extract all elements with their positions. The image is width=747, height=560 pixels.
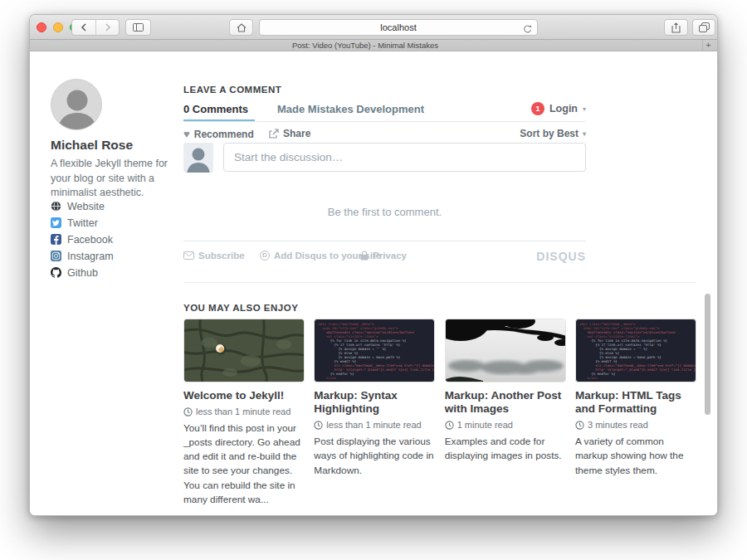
clock-icon — [183, 407, 193, 416]
back-button[interactable] — [72, 20, 95, 35]
post-meta: less than 1 minute read — [314, 420, 435, 430]
green-macro-photo — [184, 319, 305, 382]
recommend-label: Recommend — [194, 129, 254, 140]
disqus-header: 0 Comments Made Mistakes Development 1 L… — [183, 101, 586, 121]
browser-toolbar: localhost — [30, 15, 717, 40]
sidebar-link-twitter[interactable]: Twitter — [51, 217, 114, 228]
forward-button[interactable] — [95, 20, 119, 35]
related-post-card[interactable]: Markup: Another Post with Images 1 minut… — [445, 319, 566, 507]
chevron-down-icon: ▾ — [583, 130, 586, 138]
sidebar-link-label: Github — [67, 267, 98, 279]
sidebar-link-github[interactable]: Github — [51, 267, 114, 278]
notification-badge: 1 — [531, 102, 544, 115]
login-label: Login — [549, 103, 578, 114]
post-thumbnail-code[interactable]: <div class="masthead__menu"> <nav id="si… — [575, 319, 696, 382]
sidebar-link-website[interactable]: Website — [51, 201, 114, 212]
subscribe-link[interactable]: Subscribe — [183, 251, 245, 261]
home-icon — [237, 23, 247, 32]
post-title[interactable]: Markup: Syntax Highlighting — [314, 389, 435, 416]
tab-overview-button[interactable] — [692, 19, 715, 36]
leave-comment-heading: LEAVE A COMMENT — [183, 85, 281, 95]
history-nav-group — [71, 19, 120, 36]
sort-label: Sort by Best — [520, 128, 579, 139]
address-bar[interactable]: localhost — [259, 19, 538, 36]
twitter-icon — [51, 217, 61, 228]
post-thumbnail-tree[interactable] — [445, 319, 566, 382]
login-control[interactable]: 1 Login ▾ — [531, 102, 586, 115]
page-scrollbar[interactable] — [705, 294, 710, 415]
instagram-icon — [51, 251, 61, 261]
home-button[interactable] — [229, 19, 253, 36]
comment-input[interactable] — [223, 143, 586, 172]
privacy-link[interactable]: Privacy — [360, 251, 407, 261]
commenter-avatar — [183, 143, 213, 173]
post-title[interactable]: Markup: Another Post with Images — [445, 389, 566, 416]
share-button[interactable] — [664, 19, 688, 36]
share-box-icon — [269, 129, 279, 139]
disqus-footer: Subscribe D Add Disqus to your site Priv… — [183, 250, 586, 265]
post-excerpt: A variety of common markup showing how t… — [575, 435, 696, 477]
address-bar-url: localhost — [260, 22, 537, 32]
disqus-d-icon: D — [260, 251, 270, 261]
read-time: less than 1 minute read — [326, 420, 421, 430]
reload-icon — [523, 24, 532, 34]
post-excerpt: Examples and code for displaying images … — [445, 435, 566, 463]
disqus-logo[interactable]: DISQUS — [536, 250, 586, 263]
sidebar-toggle-button[interactable] — [125, 19, 151, 36]
author-bio: A flexible Jekyll theme for your blog or… — [51, 157, 180, 201]
sidebar-icon — [133, 23, 144, 32]
post-excerpt: You’ll find this post in your _posts dir… — [183, 421, 305, 507]
person-silhouette-icon — [51, 80, 102, 130]
reload-button[interactable] — [523, 22, 532, 37]
sidebar-link-label: Instagram — [67, 251, 114, 262]
sidebar-link-label: Twitter — [67, 217, 98, 229]
chevron-down-icon: ▾ — [583, 105, 586, 113]
related-posts-heading: YOU MAY ALSO ENJOY — [183, 303, 298, 313]
related-post-card[interactable]: <div class="masthead__menu"> <nav id="si… — [575, 319, 696, 507]
close-window-button[interactable] — [37, 22, 46, 32]
recommend-button[interactable]: ♥ Recommend — [183, 128, 254, 140]
read-time: 3 minutes read — [588, 420, 648, 430]
minimize-window-button[interactable] — [53, 22, 63, 32]
post-title[interactable]: Markup: HTML Tags and Formatting — [575, 389, 696, 416]
envelope-icon — [183, 251, 194, 260]
chevron-left-icon — [81, 23, 87, 32]
github-icon — [51, 267, 61, 278]
tab-overview-icon — [699, 22, 710, 32]
sidebar-link-instagram[interactable]: Instagram — [51, 251, 114, 261]
subscribe-label: Subscribe — [198, 251, 245, 261]
author-links: Website Twitter Facebook Instagram Githu… — [51, 201, 114, 284]
lock-icon — [360, 251, 369, 261]
disqus-actions: ♥ Recommend Share Sort by Best ▾ — [183, 128, 586, 139]
privacy-label: Privacy — [373, 251, 407, 261]
post-meta: 1 minute read — [445, 420, 566, 430]
read-time: 1 minute read — [457, 420, 513, 430]
author-avatar — [51, 79, 102, 130]
sort-dropdown[interactable]: Sort by Best ▾ — [520, 128, 586, 139]
related-post-card[interactable]: <div class="masthead__menu"> <nav id="si… — [314, 319, 435, 507]
active-tab[interactable]: Post: Video (YouTube) - Minimal Mistakes — [30, 41, 701, 50]
post-thumbnail-code[interactable]: <div class="masthead__menu"> <nav id="si… — [314, 319, 435, 382]
post-title[interactable]: Welcome to Jekyll! — [183, 389, 305, 402]
person-silhouette-icon — [183, 143, 213, 173]
comment-count-tab[interactable]: 0 Comments — [183, 103, 248, 115]
sidebar-link-facebook[interactable]: Facebook — [51, 234, 114, 245]
divider — [183, 121, 586, 122]
clock-icon — [314, 421, 323, 430]
section-divider — [183, 282, 696, 283]
screenshot-stage: localhost Post: Video (YouTube) - Minima… — [0, 0, 747, 560]
facebook-icon — [51, 234, 61, 245]
post-thumbnail-jekyll[interactable] — [183, 319, 305, 382]
post-meta: 3 minutes read — [575, 420, 696, 430]
chevron-right-icon — [105, 23, 111, 32]
share-thread-button[interactable]: Share — [269, 128, 310, 139]
new-tab-button[interactable]: + — [702, 40, 714, 51]
sidebar-link-label: Website — [67, 201, 105, 212]
tab-bar: Post: Video (YouTube) - Minimal Mistakes… — [30, 40, 717, 51]
community-link[interactable]: Made Mistakes Development — [277, 103, 424, 115]
related-post-card[interactable]: Welcome to Jekyll! less than 1 minute re… — [183, 319, 305, 507]
clock-icon — [575, 421, 584, 430]
related-posts-grid: Welcome to Jekyll! less than 1 minute re… — [183, 319, 696, 507]
safari-window: localhost Post: Video (YouTube) - Minima… — [29, 14, 718, 516]
share-icon — [671, 22, 681, 33]
